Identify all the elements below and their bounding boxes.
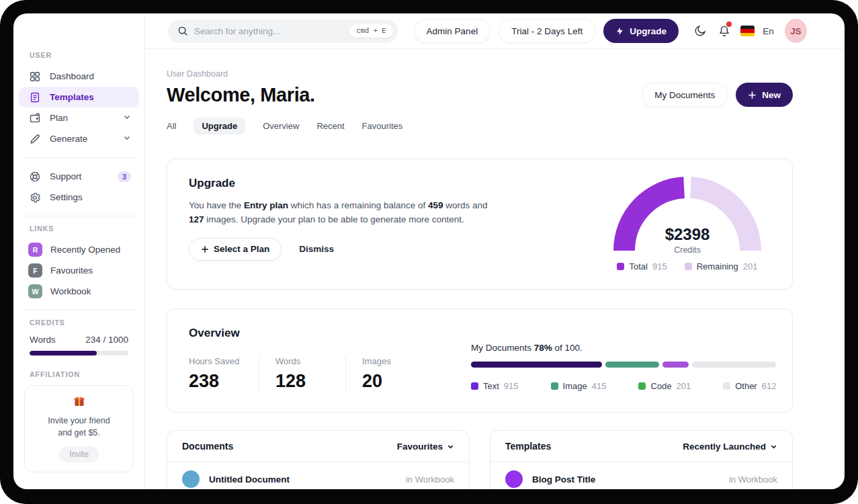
dark-mode-icon[interactable] bbox=[692, 22, 708, 40]
templates-card-title: Templates bbox=[505, 441, 551, 452]
sidebar-link-workbook[interactable]: W Workbook bbox=[19, 281, 139, 302]
legend-label: Code bbox=[650, 381, 671, 391]
tab-bar: All Upgrade Overview Recent Favourites bbox=[167, 118, 793, 134]
upgrade-button[interactable]: Upgrade bbox=[603, 19, 679, 43]
legend-label: Remaining bbox=[697, 261, 738, 271]
link-label: Favourites bbox=[50, 265, 93, 276]
sidebar-item-templates[interactable]: Templates bbox=[19, 87, 139, 108]
upgrade-card: Upgrade You have the Entry plan which ha… bbox=[167, 159, 793, 290]
legend-swatch bbox=[723, 382, 730, 390]
affiliation-card: Invite your friend and get $5. Invite bbox=[24, 385, 134, 472]
legend-label: Other bbox=[735, 381, 757, 391]
my-documents-button[interactable]: My Documents bbox=[642, 83, 728, 107]
legend-label: Image bbox=[563, 381, 587, 391]
notifications-bell-icon[interactable] bbox=[716, 22, 732, 40]
gauge-value: $2398 bbox=[613, 225, 762, 244]
sidebar-section-credits: CREDITS bbox=[30, 319, 139, 327]
sidebar-item-label: Templates bbox=[50, 92, 94, 102]
upgrade-card-body: You have the Entry plan which has a rema… bbox=[189, 198, 492, 227]
documents-card: Documents Favourites Untitled Document bbox=[167, 430, 470, 489]
sidebar-item-generate[interactable]: Generate bbox=[19, 128, 139, 149]
affiliation-text: Invite your friend and get $5. bbox=[30, 415, 128, 439]
sidebar: USER Dashboard Templates Plan bbox=[13, 13, 145, 489]
stat-value: 238 bbox=[189, 371, 253, 392]
sidebar-item-plan[interactable]: Plan bbox=[19, 108, 139, 128]
document-name: Untitled Document bbox=[209, 474, 290, 485]
gauge-legend: Total 915 Remaining 201 bbox=[605, 261, 769, 271]
sidebar-item-label: Support bbox=[50, 171, 81, 181]
search-shortcut-badge: cmd + E bbox=[349, 24, 392, 38]
overview-card-left: Overview Hours Saved 238 Words 128 bbox=[189, 327, 471, 392]
chevron-down-icon bbox=[123, 113, 131, 123]
breadcrumb: User Dashboard bbox=[167, 69, 793, 79]
credits-gauge: $2398 Credits Total 915 bbox=[605, 177, 769, 271]
legend-value: 201 bbox=[743, 261, 758, 271]
lifebuoy-icon bbox=[28, 170, 41, 183]
app-window: USER Dashboard Templates Plan bbox=[13, 13, 845, 489]
tab-favourites[interactable]: Favourites bbox=[362, 121, 403, 131]
documents-filter-dropdown[interactable]: Favourites bbox=[397, 442, 454, 452]
select-plan-button[interactable]: Select a Plan bbox=[189, 238, 282, 261]
document-list-item[interactable]: Untitled Document in Workbook bbox=[167, 462, 469, 489]
templates-filter-dropdown[interactable]: Recently Launched bbox=[683, 442, 777, 452]
language-label[interactable]: En bbox=[763, 26, 774, 36]
overview-card: Overview Hours Saved 238 Words 128 bbox=[167, 308, 793, 413]
user-avatar[interactable]: JS bbox=[785, 19, 807, 43]
dismiss-button[interactable]: Dismiss bbox=[299, 244, 334, 254]
bar-segment-image bbox=[605, 362, 659, 368]
admin-panel-button[interactable]: Admin Panel bbox=[414, 19, 491, 43]
sidebar-item-support[interactable]: Support 3 bbox=[19, 166, 139, 187]
new-button[interactable]: New bbox=[736, 83, 793, 107]
trial-status-button[interactable]: Trial - 2 Days Left bbox=[499, 19, 595, 43]
stat-divider bbox=[259, 357, 259, 392]
overview-card-title: Overview bbox=[189, 327, 471, 340]
bottom-cards-row: Documents Favourites Untitled Document bbox=[167, 430, 793, 489]
template-list-item[interactable]: Blog Post Title in Workbook bbox=[490, 462, 792, 489]
credits-progress-track bbox=[30, 351, 128, 355]
bar-segment-other bbox=[692, 362, 777, 368]
pencil-icon bbox=[28, 132, 41, 145]
sidebar-item-label: Plan bbox=[50, 113, 68, 123]
upgrade-card-actions: Select a Plan Dismiss bbox=[189, 238, 505, 261]
stat-images: Images 20 bbox=[362, 356, 427, 392]
gauge-chart: $2398 Credits bbox=[613, 177, 762, 252]
legend-label: Text bbox=[483, 381, 499, 391]
templates-card: Templates Recently Launched Blog Post Ti… bbox=[490, 430, 793, 489]
link-avatar: F bbox=[28, 263, 42, 278]
sidebar-item-settings[interactable]: Settings bbox=[19, 187, 139, 208]
search-input[interactable] bbox=[194, 26, 343, 36]
document-icon bbox=[28, 91, 41, 103]
sidebar-link-favourites[interactable]: F Favourites bbox=[19, 260, 139, 281]
sidebar-link-recently-opened[interactable]: R Recently Opened bbox=[19, 239, 139, 260]
notification-dot bbox=[726, 22, 732, 27]
stat-hours-saved: Hours Saved 238 bbox=[189, 356, 253, 392]
stat-value: 20 bbox=[362, 371, 427, 392]
tab-recent[interactable]: Recent bbox=[316, 121, 344, 131]
page-title: Welcome, Maria. bbox=[167, 84, 315, 106]
sidebar-item-dashboard[interactable]: Dashboard bbox=[19, 66, 139, 87]
german-flag-icon[interactable] bbox=[740, 26, 755, 36]
documents-stacked-bar bbox=[471, 362, 776, 368]
tab-all[interactable]: All bbox=[167, 121, 176, 131]
tab-upgrade[interactable]: Upgrade bbox=[194, 118, 245, 134]
tab-overview[interactable]: Overview bbox=[263, 121, 299, 131]
sidebar-section-user: USER bbox=[30, 51, 139, 59]
legend-swatch bbox=[471, 382, 478, 390]
legend-value: 915 bbox=[652, 261, 667, 271]
gauge-center: $2398 Credits bbox=[613, 225, 762, 255]
plus-icon bbox=[748, 91, 757, 99]
sidebar-divider bbox=[22, 216, 136, 216]
search-icon bbox=[177, 26, 188, 36]
credits-value: 234 / 1000 bbox=[85, 335, 128, 345]
support-badge: 3 bbox=[118, 171, 131, 182]
header-actions: My Documents New bbox=[642, 83, 793, 107]
legend-value: 915 bbox=[504, 381, 519, 391]
lightning-icon bbox=[615, 27, 624, 36]
documents-progress-label: My Documents 78% of 100. bbox=[471, 343, 776, 353]
stat-words: Words 128 bbox=[275, 356, 340, 392]
link-label: Workbook bbox=[50, 286, 91, 296]
credits-progress-fill bbox=[30, 351, 97, 355]
search-box[interactable]: cmd + E bbox=[168, 19, 398, 43]
legend-swatch bbox=[551, 382, 558, 390]
invite-button[interactable]: Invite bbox=[59, 446, 99, 462]
